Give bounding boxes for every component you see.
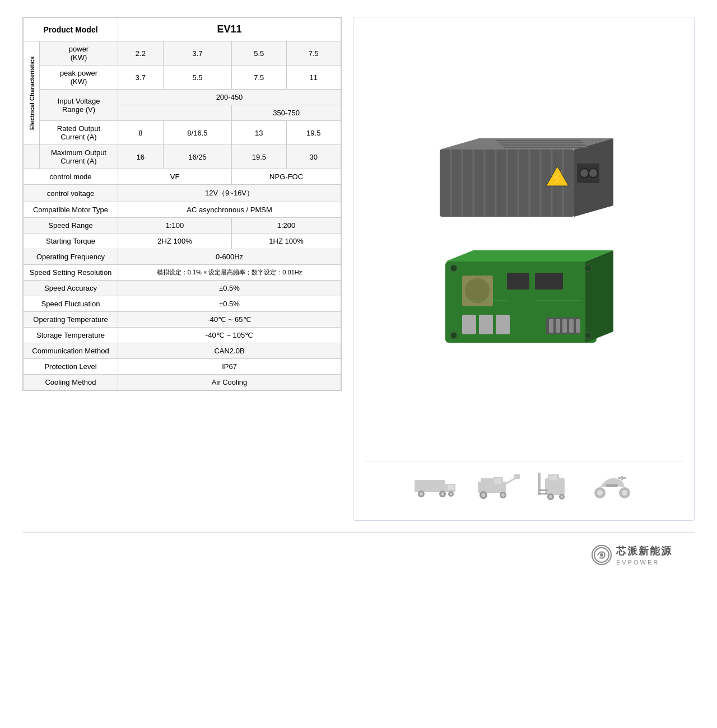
rated-current-val-4: 19.5	[286, 121, 341, 145]
specs-table: Product Model EV11 Electrical Characteri…	[22, 17, 342, 391]
speed-accuracy-val: ±0.5%	[118, 281, 341, 296]
max-current-val-2: 16/25	[163, 145, 231, 169]
peak-power-val-4: 11	[286, 66, 341, 90]
device1-image: ⚡	[434, 133, 613, 228]
control-mode-val1: VF	[118, 169, 232, 185]
input-voltage-label: Input Voltage Range (V)	[40, 90, 118, 121]
svg-rect-45	[415, 480, 445, 492]
max-current-val-3: 19.5	[232, 145, 286, 169]
svg-rect-68	[538, 489, 548, 491]
speed-fluctuation-val: ±0.5%	[118, 296, 341, 312]
right-panel: ⚡	[353, 17, 695, 521]
control-voltage-val: 12V（9~16V）	[118, 185, 341, 202]
atv-icon	[590, 472, 635, 500]
svg-rect-32	[507, 273, 529, 290]
control-voltage-label: control voltage	[24, 185, 118, 202]
input-voltage-val1: 200-450	[118, 90, 341, 105]
svg-rect-35	[479, 315, 493, 334]
speed-accuracy-label: Speed Accuracy	[24, 281, 118, 296]
peak-power-val-1: 3.7	[118, 66, 164, 90]
compatible-motor-label: Compatible Motor Type	[24, 202, 118, 218]
svg-rect-33	[535, 273, 563, 290]
brand-name: 芯派新能源	[616, 544, 672, 558]
storage-temp-label: Storage Temperature	[24, 328, 118, 343]
svg-marker-24	[445, 250, 613, 262]
top-section: Product Model EV11 Electrical Characteri…	[22, 17, 695, 521]
rated-current-val-3: 13	[232, 121, 286, 145]
svg-point-51	[441, 492, 444, 496]
svg-point-21	[580, 169, 589, 178]
truck-icon	[413, 472, 458, 500]
cooling-label: Cooling Method	[24, 375, 118, 390]
speed-setting-val: 模拟设定：0.1% × 设定最高频率；数字设定：0.01Hz	[118, 265, 341, 281]
communication-label: Communication Method	[24, 343, 118, 359]
svg-point-75	[597, 490, 603, 496]
svg-marker-25	[585, 250, 613, 343]
svg-point-73	[560, 496, 563, 498]
rated-current-val-2: 8/16.5	[163, 121, 231, 145]
svg-rect-80	[606, 484, 618, 487]
svg-rect-67	[538, 473, 541, 495]
peak-power-val-2: 5.5	[163, 66, 231, 90]
svg-point-31	[465, 278, 490, 303]
speed-range-val1: 1:100	[118, 218, 232, 234]
operating-temp-label: Operating Temperature	[24, 312, 118, 328]
svg-point-59	[481, 493, 485, 497]
power-label: power (KW)	[40, 41, 118, 66]
svg-rect-66	[549, 475, 557, 480]
main-container: Product Model EV11 Electrical Characteri…	[0, 0, 717, 594]
product-images: ⚡	[434, 29, 613, 461]
storage-temp-val: -40℃ ~ 105℃	[118, 328, 341, 343]
speed-fluctuation-label: Speed Fluctuation	[24, 296, 118, 312]
max-current-val-4: 30	[286, 145, 341, 169]
control-mode-label: control mode	[24, 169, 118, 185]
communication-val: CAN2.0B	[118, 343, 341, 359]
brand-text-block: 芯派新能源 EVPOWER	[616, 544, 672, 566]
col-ev11: EV11	[118, 18, 341, 41]
svg-point-61	[501, 493, 505, 497]
svg-rect-38	[549, 319, 553, 333]
svg-rect-69	[538, 493, 548, 494]
brand-logo: 芯派新能源 EVPOWER	[592, 544, 672, 566]
svg-point-26	[450, 265, 457, 272]
col-product-model: Product Model	[24, 18, 118, 41]
operating-freq-val: 0-600Hz	[118, 249, 341, 265]
brand-subtitle: EVPOWER	[616, 559, 672, 566]
brand-circle-icon	[592, 545, 612, 565]
rated-current-val-1: 8	[118, 121, 164, 145]
svg-rect-40	[562, 319, 567, 333]
input-voltage-val2: 350-750	[232, 105, 341, 121]
vehicle-icons-row	[365, 461, 683, 509]
peak-power-label: peak power (KW)	[40, 66, 118, 90]
protection-val: IP67	[118, 359, 341, 375]
speed-range-val2: 1:200	[232, 218, 341, 234]
power-val-2: 3.7	[163, 41, 231, 66]
tractor-icon	[475, 472, 520, 500]
svg-rect-79	[621, 476, 623, 480]
bottom-section: 芯派新能源 EVPOWER	[22, 532, 695, 577]
device2-image	[434, 245, 613, 357]
protection-label: Protection Level	[24, 359, 118, 375]
cooling-val: Air Cooling	[118, 375, 341, 390]
starting-torque-val1: 2HZ 100%	[118, 234, 232, 249]
svg-rect-63	[514, 474, 520, 479]
power-val-4: 7.5	[286, 41, 341, 66]
svg-point-29	[585, 332, 592, 339]
svg-rect-39	[556, 319, 560, 333]
svg-rect-57	[494, 478, 502, 484]
max-current-val-1: 16	[118, 145, 164, 169]
starting-torque-val2: 1HZ 100%	[232, 234, 341, 249]
svg-point-53	[449, 492, 452, 495]
svg-text:⚡: ⚡	[550, 171, 566, 186]
svg-point-28	[450, 332, 457, 339]
speed-range-label: Speed Range	[24, 218, 118, 234]
power-val-1: 2.2	[118, 41, 164, 66]
control-mode-val2: NPG-FOC	[232, 169, 341, 185]
svg-rect-41	[569, 319, 574, 333]
svg-point-82	[600, 553, 603, 557]
max-current-label: Maximum Output Current (A)	[40, 145, 118, 169]
svg-rect-34	[462, 315, 476, 334]
forklift-icon	[537, 470, 573, 501]
operating-freq-label: Operating Frequency	[24, 249, 118, 265]
operating-temp-val: -40℃ ~ 65℃	[118, 312, 341, 328]
